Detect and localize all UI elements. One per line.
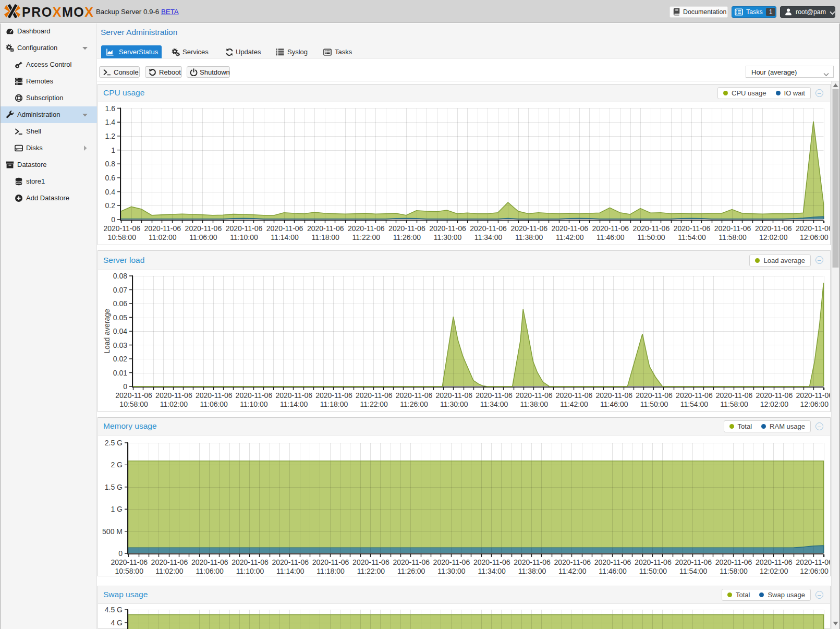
svg-text:11:14:00: 11:14:00 xyxy=(271,233,299,241)
svg-text:11:30:00: 11:30:00 xyxy=(440,400,468,408)
svg-text:11:38:00: 11:38:00 xyxy=(520,400,549,408)
svg-text:1.5 G: 1.5 G xyxy=(105,483,123,491)
svg-text:1.4: 1.4 xyxy=(105,118,116,126)
svg-text:0.06: 0.06 xyxy=(113,299,127,308)
svg-text:2020-11-06: 2020-11-06 xyxy=(196,391,233,400)
svg-text:2020-11-06: 2020-11-06 xyxy=(115,391,152,400)
svg-text:11:10:00: 11:10:00 xyxy=(230,233,258,241)
svg-text:2020-11-06: 2020-11-06 xyxy=(755,224,792,233)
svg-text:12:02:00: 12:02:00 xyxy=(760,400,789,408)
svg-text:0.05: 0.05 xyxy=(113,313,127,322)
svg-text:2020-11-06: 2020-11-06 xyxy=(675,558,712,566)
svg-text:2020-11-06: 2020-11-06 xyxy=(714,224,751,233)
svg-text:2020-11-06: 2020-11-06 xyxy=(315,391,352,400)
svg-text:11:58:00: 11:58:00 xyxy=(720,400,748,408)
svg-text:2020-11-06: 2020-11-06 xyxy=(552,224,589,233)
svg-text:1: 1 xyxy=(111,146,115,154)
svg-text:2020-11-06: 2020-11-06 xyxy=(716,391,753,400)
svg-text:2020-11-06: 2020-11-06 xyxy=(103,224,140,233)
svg-text:2020-11-06: 2020-11-06 xyxy=(226,224,263,233)
svg-text:2020-11-06: 2020-11-06 xyxy=(155,391,192,400)
svg-text:11:38:00: 11:38:00 xyxy=(518,567,546,575)
svg-text:2020-11-06: 2020-11-06 xyxy=(307,224,344,233)
svg-text:2020-11-06: 2020-11-06 xyxy=(236,391,273,400)
svg-text:10:58:00: 10:58:00 xyxy=(115,567,143,575)
svg-text:11:30:00: 11:30:00 xyxy=(437,567,466,575)
svg-text:1.6: 1.6 xyxy=(105,104,116,113)
svg-text:11:22:00: 11:22:00 xyxy=(357,567,385,575)
svg-text:2.5 G: 2.5 G xyxy=(105,439,123,447)
svg-text:11:54:00: 11:54:00 xyxy=(679,567,708,575)
svg-text:11:42:00: 11:42:00 xyxy=(558,567,587,575)
svg-text:500 M: 500 M xyxy=(102,527,123,536)
svg-text:11:18:00: 11:18:00 xyxy=(316,567,345,575)
svg-text:0: 0 xyxy=(111,215,115,224)
svg-text:2020-11-06: 2020-11-06 xyxy=(674,224,711,233)
svg-text:0.03: 0.03 xyxy=(113,341,127,349)
svg-text:0.08: 0.08 xyxy=(113,272,127,280)
svg-text:12:06:00: 12:06:00 xyxy=(800,233,829,241)
svg-text:11:54:00: 11:54:00 xyxy=(680,400,709,408)
svg-text:2020-11-06: 2020-11-06 xyxy=(715,558,752,566)
svg-text:0.8: 0.8 xyxy=(105,160,116,168)
svg-text:11:14:00: 11:14:00 xyxy=(276,567,305,575)
svg-text:0.01: 0.01 xyxy=(113,369,127,377)
svg-text:2020-11-06: 2020-11-06 xyxy=(756,558,793,566)
svg-text:11:46:00: 11:46:00 xyxy=(599,567,627,575)
svg-text:2020-11-06: 2020-11-06 xyxy=(796,391,830,400)
svg-text:11:34:00: 11:34:00 xyxy=(480,400,508,408)
svg-text:2020-11-06: 2020-11-06 xyxy=(476,391,513,400)
svg-text:11:34:00: 11:34:00 xyxy=(474,233,503,241)
svg-text:Load average: Load average xyxy=(103,309,111,354)
svg-text:11:06:00: 11:06:00 xyxy=(200,400,228,408)
svg-text:11:34:00: 11:34:00 xyxy=(478,567,506,575)
svg-text:11:18:00: 11:18:00 xyxy=(320,400,348,408)
svg-text:2020-11-06: 2020-11-06 xyxy=(151,558,188,566)
svg-text:11:18:00: 11:18:00 xyxy=(311,233,339,241)
svg-text:12:06:00: 12:06:00 xyxy=(800,567,829,575)
svg-text:2 G: 2 G xyxy=(111,461,123,469)
svg-text:11:46:00: 11:46:00 xyxy=(596,233,625,241)
svg-text:2020-11-06: 2020-11-06 xyxy=(556,391,593,400)
svg-text:11:22:00: 11:22:00 xyxy=(352,233,381,241)
svg-text:2020-11-06: 2020-11-06 xyxy=(676,391,713,400)
svg-text:2020-11-06: 2020-11-06 xyxy=(756,391,793,400)
svg-text:2020-11-06: 2020-11-06 xyxy=(388,224,425,233)
svg-text:11:22:00: 11:22:00 xyxy=(360,400,388,408)
svg-text:2020-11-06: 2020-11-06 xyxy=(272,558,309,566)
svg-text:2020-11-06: 2020-11-06 xyxy=(470,224,507,233)
svg-text:4 G: 4 G xyxy=(111,619,123,627)
svg-text:0.02: 0.02 xyxy=(113,355,127,363)
svg-text:2020-11-06: 2020-11-06 xyxy=(393,558,430,566)
svg-text:2020-11-06: 2020-11-06 xyxy=(635,558,672,566)
svg-text:2020-11-06: 2020-11-06 xyxy=(594,558,631,566)
svg-text:11:26:00: 11:26:00 xyxy=(400,400,428,408)
svg-text:11:58:00: 11:58:00 xyxy=(720,567,748,575)
svg-text:PROXMOX: PROXMOX xyxy=(22,5,94,19)
svg-text:11:50:00: 11:50:00 xyxy=(637,233,665,241)
svg-text:2020-11-06: 2020-11-06 xyxy=(510,224,547,233)
svg-text:11:10:00: 11:10:00 xyxy=(240,400,268,408)
svg-text:0.07: 0.07 xyxy=(113,286,127,294)
svg-text:2020-11-06: 2020-11-06 xyxy=(348,224,385,233)
svg-text:11:02:00: 11:02:00 xyxy=(160,400,188,408)
svg-text:10:58:00: 10:58:00 xyxy=(119,400,148,408)
svg-text:0.4: 0.4 xyxy=(105,188,116,196)
svg-text:2020-11-06: 2020-11-06 xyxy=(356,391,393,400)
svg-text:11:10:00: 11:10:00 xyxy=(236,567,264,575)
svg-text:11:30:00: 11:30:00 xyxy=(434,233,462,241)
svg-text:12:06:00: 12:06:00 xyxy=(800,400,829,408)
svg-text:11:26:00: 11:26:00 xyxy=(393,233,421,241)
svg-text:11:06:00: 11:06:00 xyxy=(189,233,217,241)
svg-text:2020-11-06: 2020-11-06 xyxy=(429,224,466,233)
svg-text:2020-11-06: 2020-11-06 xyxy=(352,558,389,566)
svg-text:2020-11-06: 2020-11-06 xyxy=(185,224,222,233)
svg-text:2020-11-06: 2020-11-06 xyxy=(796,558,830,566)
svg-text:2020-11-06: 2020-11-06 xyxy=(514,558,551,566)
svg-text:10:58:00: 10:58:00 xyxy=(107,233,136,241)
svg-text:2020-11-06: 2020-11-06 xyxy=(596,391,633,400)
svg-text:2020-11-06: 2020-11-06 xyxy=(396,391,433,400)
svg-text:11:02:00: 11:02:00 xyxy=(149,233,177,241)
svg-text:4.5 G: 4.5 G xyxy=(105,606,123,614)
svg-text:2020-11-06: 2020-11-06 xyxy=(554,558,591,566)
